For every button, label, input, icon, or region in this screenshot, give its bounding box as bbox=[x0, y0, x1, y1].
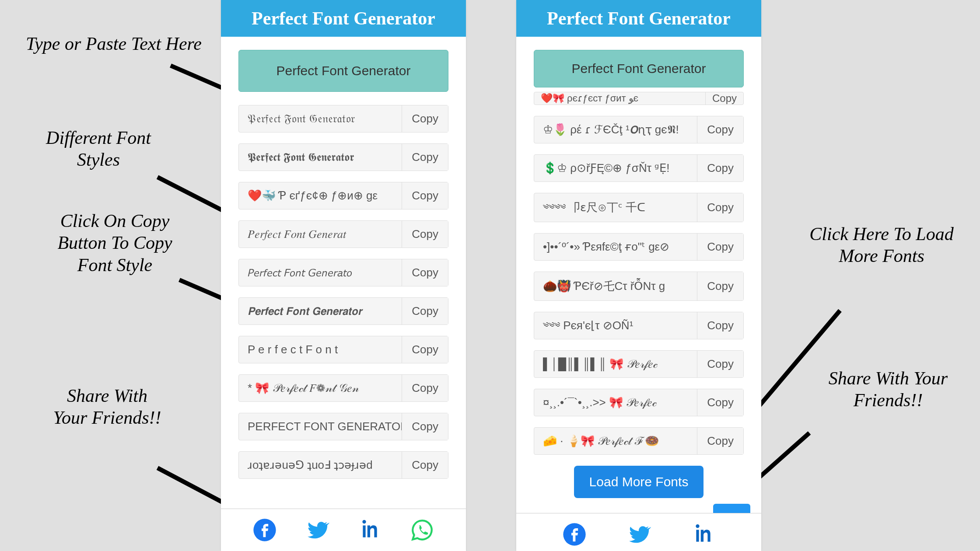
copy-button[interactable]: Copy bbox=[697, 351, 743, 377]
copy-button[interactable]: Copy bbox=[697, 234, 743, 260]
copy-button[interactable]: Copy bbox=[697, 428, 743, 454]
font-row: ¤¸¸.•´¯`•¸¸.>> 🎀 𝒫𝑒𝓇𝒻𝑒𝒸Copy bbox=[534, 389, 744, 416]
copy-button[interactable]: Copy bbox=[402, 336, 448, 363]
whatsapp-icon[interactable] bbox=[410, 518, 434, 542]
annotation-diff-styles: Different Font Styles bbox=[26, 127, 171, 171]
font-row-partial: ❤️🎀 ρєɾƒєcт ƒσит ﻮє Copy bbox=[534, 92, 744, 105]
font-preview[interactable]: •]••´º´•» Ƥεяfε©ţ ғo"ᵗ gε⊘ bbox=[534, 234, 697, 260]
font-preview[interactable]: PERFECT FONT GENERATOR bbox=[239, 413, 402, 440]
font-preview[interactable]: 𝘗𝘦𝘳𝘧𝘦𝘤𝘵 𝘍𝘰𝘯𝘵 𝘎𝘦𝘯𝘦𝘳𝘢𝘵𝘰 bbox=[239, 259, 402, 286]
font-row: ༄༄༄ Pєя'є⌊τ ⊘OÑ¹Copy bbox=[534, 312, 744, 339]
app-title: Perfect Font Generator bbox=[516, 0, 761, 37]
font-row: ♔🌷 ρέ ɾ ℱЄČţ ¹𝙊ɳҭ gє𝕹!Copy bbox=[534, 116, 744, 143]
font-preview[interactable]: 𝑃𝑒𝑟𝑓𝑒𝑐𝑡 𝐹𝑜𝑛𝑡 𝐺𝑒𝑛𝑒𝑟𝑎𝑡 bbox=[239, 221, 402, 248]
share-bar bbox=[221, 509, 466, 551]
font-preview[interactable]: 🌰👹 ƤЄř⊘乇Cτ řỖNτ g bbox=[534, 272, 697, 300]
annotation-load-more: Click Here To Load More Fonts bbox=[809, 223, 954, 267]
font-row: ▌│█║▌║▌║ 🎀 𝒫𝑒𝓇𝒻𝑒𝒸Copy bbox=[534, 350, 744, 378]
copy-button[interactable]: Copy bbox=[402, 105, 448, 132]
font-preview[interactable]: 💲♔ ρ⊙řƑĘ©⊕ ƒσŇτ ᵍẸ! bbox=[534, 155, 697, 181]
font-row: 𝑃𝑒𝑟𝑓𝑒𝑐𝑡 𝐹𝑜𝑛𝑡 𝐺𝑒𝑛𝑒𝑟𝑎𝑡Copy bbox=[238, 220, 448, 248]
copy-button[interactable]: Copy bbox=[402, 182, 448, 209]
font-preview[interactable]: ༄༄༄ Pєя'є⌊τ ⊘OÑ¹ bbox=[534, 312, 697, 339]
font-row: 🌰👹 ƤЄř⊘乇Cτ řỖNτ gCopy bbox=[534, 272, 744, 301]
app-title: Perfect Font Generator bbox=[221, 0, 466, 37]
load-more-button[interactable]: Load More Fonts bbox=[574, 466, 704, 498]
copy-button[interactable]: Copy bbox=[697, 155, 743, 181]
font-preview[interactable]: 𝔓𝔢𝔯𝔣𝔢𝔠𝔱 𝔉𝔬𝔫𝔱 𝔊𝔢𝔫𝔢𝔯𝔞𝔱𝔬𝔯 bbox=[239, 105, 402, 132]
font-row: 🧀 · 🍦🎀 𝒫𝑒𝓇𝒻𝑒𝒸𝓉 ℱ🍩Copy bbox=[534, 427, 744, 455]
facebook-icon[interactable] bbox=[252, 518, 277, 542]
copy-button[interactable]: Copy bbox=[402, 144, 448, 171]
copy-button[interactable]: Copy bbox=[402, 298, 448, 324]
font-preview[interactable]: * 🎀 𝒫𝑒𝓇𝒻𝑒𝒸𝓉 𝐹❁𝓃𝓉 𝒢𝑒𝓃 bbox=[239, 375, 402, 401]
share-bar bbox=[516, 513, 761, 551]
font-preview[interactable]: ♔🌷 ρέ ɾ ℱЄČţ ¹𝙊ɳҭ gє𝕹! bbox=[534, 116, 697, 143]
annotation-type-here: Type or Paste Text Here bbox=[22, 33, 206, 55]
font-row: P e r f e c t F o n tCopy bbox=[238, 336, 448, 363]
font-row: •]••´º´•» Ƥεяfε©ţ ғo"ᵗ gε⊘Copy bbox=[534, 233, 744, 261]
copy-button[interactable]: Copy bbox=[697, 312, 743, 339]
text-input[interactable]: Perfect Font Generator bbox=[238, 50, 448, 92]
font-preview[interactable]: ༄༄༄༄ 卩ɛ尺⊙丅ᶜ 千ᑕ bbox=[534, 193, 697, 222]
copy-button[interactable]: Copy bbox=[697, 116, 743, 143]
twitter-icon[interactable] bbox=[626, 522, 651, 547]
font-preview[interactable]: 𝙋𝙚𝙧𝙛𝙚𝙘𝙩 𝙁𝙤𝙣𝙩 𝙂𝙚𝙣𝙚𝙧𝙖𝙩𝙤𝙧 bbox=[239, 298, 402, 324]
font-preview[interactable]: 𝕻𝖊𝖗𝖋𝖊𝖈𝖙 𝕱𝖔𝖓𝖙 𝕲𝖊𝖓𝖊𝖗𝖆𝖙𝖔𝖗 bbox=[239, 144, 402, 171]
font-preview[interactable]: 🧀 · 🍦🎀 𝒫𝑒𝓇𝒻𝑒𝒸𝓉 ℱ🍩 bbox=[534, 428, 697, 454]
font-row: 𝘗𝘦𝘳𝘧𝘦𝘤𝘵 𝘍𝘰𝘯𝘵 𝘎𝘦𝘯𝘦𝘳𝘢𝘵𝘰Copy bbox=[238, 259, 448, 286]
linkedin-icon[interactable] bbox=[691, 522, 715, 547]
font-preview[interactable]: ɹoʇɐɹǝuǝ⅁ ʇuoℲ ʇɔǝɟɹǝd bbox=[239, 452, 402, 478]
copy-button[interactable]: Copy bbox=[402, 413, 448, 440]
facebook-icon[interactable] bbox=[562, 522, 587, 547]
copy-button[interactable]: Copy bbox=[402, 259, 448, 286]
font-row: ༄༄༄༄ 卩ɛ尺⊙丅ᶜ 千ᑕCopy bbox=[534, 193, 744, 222]
copy-button[interactable]: Copy bbox=[697, 389, 743, 416]
font-row: 𝔓𝔢𝔯𝔣𝔢𝔠𝔱 𝔉𝔬𝔫𝔱 𝔊𝔢𝔫𝔢𝔯𝔞𝔱𝔬𝔯Copy bbox=[238, 105, 448, 133]
font-row: ɹoʇɐɹǝuǝ⅁ ʇuoℲ ʇɔǝɟɹǝdCopy bbox=[238, 451, 448, 479]
font-preview[interactable]: ❤️🎀 ρєɾƒєcт ƒσит ﻮє bbox=[534, 93, 705, 104]
copy-button[interactable]: Copy bbox=[402, 452, 448, 478]
twitter-icon[interactable] bbox=[305, 518, 329, 542]
font-row: 𝙋𝙚𝙧𝙛𝙚𝙘𝙩 𝙁𝙤𝙣𝙩 𝙂𝙚𝙣𝙚𝙧𝙖𝙩𝙤𝙧Copy bbox=[238, 297, 448, 325]
text-input[interactable]: Perfect Font Generator bbox=[534, 50, 744, 87]
annotation-click-copy: Click On Copy Button To Copy Font Style bbox=[42, 210, 188, 276]
font-row: * 🎀 𝒫𝑒𝓇𝒻𝑒𝒸𝓉 𝐹❁𝓃𝓉 𝒢𝑒𝓃Copy bbox=[238, 374, 448, 402]
linkedin-icon[interactable] bbox=[357, 518, 382, 542]
annotation-share-left: Share With Your Friends!! bbox=[50, 385, 164, 429]
copy-button[interactable]: Copy bbox=[402, 375, 448, 401]
font-row: 💲♔ ρ⊙řƑĘ©⊕ ƒσŇτ ᵍẸ!Copy bbox=[534, 154, 744, 182]
copy-button[interactable]: Copy bbox=[697, 193, 743, 222]
font-row: PERFECT FONT GENERATORCopy bbox=[238, 413, 448, 440]
annotation-share-right: Share With Your Friends!! bbox=[827, 367, 949, 412]
font-preview[interactable]: P e r f e c t F o n t bbox=[239, 336, 402, 363]
font-preview[interactable]: ❤️🐳 Ƥ єґƒє¢⊕ ƒ⊕и⊕ gε bbox=[239, 182, 402, 209]
phone-right: Perfect Font Generator Perfect Font Gene… bbox=[516, 0, 761, 551]
copy-button[interactable]: Copy bbox=[402, 221, 448, 248]
font-preview[interactable]: ¤¸¸.•´¯`•¸¸.>> 🎀 𝒫𝑒𝓇𝒻𝑒𝒸 bbox=[534, 389, 697, 416]
font-row: ❤️🐳 Ƥ єґƒє¢⊕ ƒ⊕и⊕ gεCopy bbox=[238, 182, 448, 209]
font-row: 𝕻𝖊𝖗𝖋𝖊𝖈𝖙 𝕱𝖔𝖓𝖙 𝕲𝖊𝖓𝖊𝖗𝖆𝖙𝖔𝖗Copy bbox=[238, 143, 448, 171]
copy-button[interactable]: Copy bbox=[697, 272, 743, 300]
copy-button[interactable]: Copy bbox=[705, 92, 743, 105]
phone-left: Perfect Font Generator Perfect Font Gene… bbox=[221, 0, 466, 551]
font-preview[interactable]: ▌│█║▌║▌║ 🎀 𝒫𝑒𝓇𝒻𝑒𝒸 bbox=[534, 351, 697, 377]
